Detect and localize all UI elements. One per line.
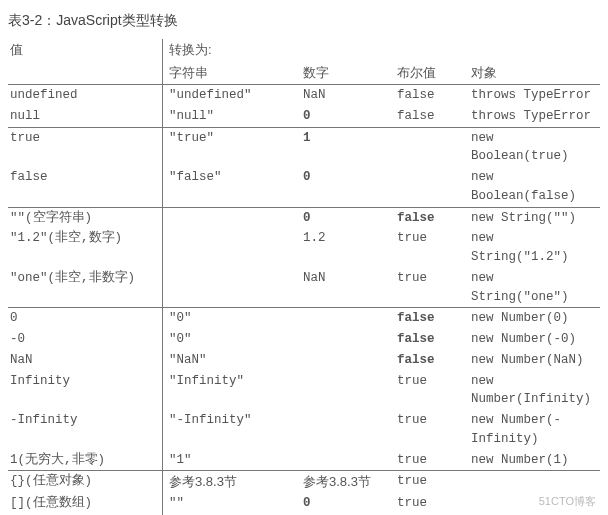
table-row: 1(无穷大,非零)"1"truenew Number(1) bbox=[8, 450, 600, 471]
table-row: undefined"undefined"NaNfalsethrows TypeE… bbox=[8, 85, 600, 106]
col-header-bool: 布尔值 bbox=[395, 62, 469, 85]
table-row: false"false"0new Boolean(false) bbox=[8, 167, 600, 207]
table-row: -Infinity"-Infinity"truenew Number(-Infi… bbox=[8, 410, 600, 450]
table-row: [](任意数组)""0true bbox=[8, 493, 600, 514]
header-row-1: 值 转换为: bbox=[8, 39, 600, 62]
table-row: ""(空字符串)0falsenew String("") bbox=[8, 207, 600, 228]
col-header-string: 字符串 bbox=[163, 62, 302, 85]
table-row: null"null"0falsethrows TypeError bbox=[8, 106, 600, 127]
table-row: {}(任意对象)参考3.8.3节参考3.8.3节true bbox=[8, 471, 600, 493]
header-row-2: 字符串 数字 布尔值 对象 bbox=[8, 62, 600, 85]
table-caption: 表3-2：JavaScript类型转换 bbox=[8, 10, 600, 31]
watermark: 51CTO博客 bbox=[539, 493, 596, 510]
table-row: "one"(非空,非数字)NaNtruenew String("one") bbox=[8, 268, 600, 308]
table-row: NaN"NaN"falsenew Number(NaN) bbox=[8, 350, 600, 371]
table-row: "1.2"(非空,数字)1.2truenew String("1.2") bbox=[8, 228, 600, 268]
table-row: Infinity"Infinity"truenew Number(Infinit… bbox=[8, 371, 600, 411]
table-row: true"true"1new Boolean(true) bbox=[8, 127, 600, 167]
col-header-convert-to: 转换为: bbox=[163, 39, 302, 62]
col-header-value: 值 bbox=[8, 39, 163, 62]
col-header-object: 对象 bbox=[469, 62, 600, 85]
col-header-number: 数字 bbox=[301, 62, 395, 85]
table-row: -0"0"falsenew Number(-0) bbox=[8, 329, 600, 350]
type-conversion-table: 值 转换为: 字符串 数字 布尔值 对象 undefined"undefined… bbox=[8, 39, 600, 515]
table-row: 0"0"falsenew Number(0) bbox=[8, 308, 600, 329]
